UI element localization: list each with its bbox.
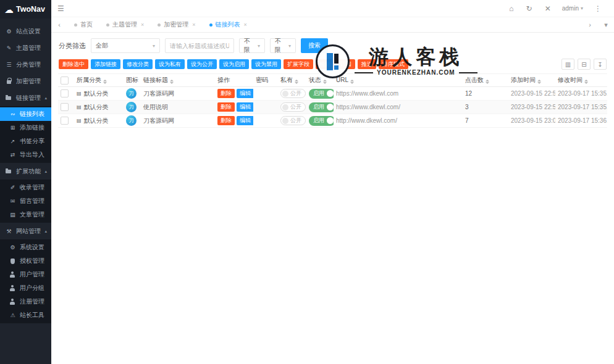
sidebar-item-article[interactable]: ▤文章管理 [0,208,51,221]
sidebar-item-collect[interactable]: ✐收录管理 [0,181,51,194]
private-select[interactable]: 不限 ▾ [239,38,265,53]
tab-theme[interactable]: 主题管理× [99,17,151,32]
private-toggle[interactable]: 公开 [280,116,306,125]
column-header-title[interactable]: 链接标题 [141,74,215,87]
edit-button[interactable]: 编辑 [237,116,253,125]
filter-columns-icon[interactable]: ▥ [561,59,574,70]
sidebar-item-link-list[interactable]: ∾链接列表 [0,107,51,121]
sidebar-item-user-group[interactable]: 用户分组 [0,281,51,295]
sidebar-item-ext-group[interactable]: 扩展功能▴ [0,163,51,180]
chevron-down-icon: ▾ [258,43,260,49]
tab-home[interactable]: 首页 [67,17,99,32]
user-menu[interactable]: admin ▾ [562,5,583,12]
edit-button[interactable]: 编辑 [237,102,253,112]
sidebar-item-webmaster-tools[interactable]: ⚠站长工具 [0,308,51,322]
tab-encrypt[interactable]: 加密管理× [151,17,202,32]
fullscreen-icon[interactable]: ✕ [545,4,551,13]
sort-down-icon [584,82,588,84]
sort-icon[interactable] [170,80,174,84]
home-icon[interactable]: ⌂ [509,4,513,13]
status-toggle[interactable]: 启用 [309,116,334,126]
column-header-modified[interactable]: 修改时间 [555,74,607,87]
set-disabled-button[interactable]: 设为禁用 [251,59,281,69]
cell-actions: 删除编辑 [215,101,253,114]
set-enabled-button[interactable]: 设为启用 [219,59,249,69]
sidebar-item-link-group[interactable]: 链接管理▴ [0,89,51,106]
cell-status: 启用 [306,87,334,101]
status-toggle[interactable]: 启用 [309,102,334,112]
column-header-category[interactable]: 所属分类 [74,74,124,87]
print-icon[interactable]: ⊟ [578,59,591,70]
sidebar-item-label: 链接列表 [20,110,44,118]
change-category-button[interactable]: 修改分类 [123,59,153,69]
sidebar-item-label: 添加链接 [20,123,44,132]
tabs-scroll-left-icon[interactable]: ‹ [51,17,67,32]
collapse-menu-icon[interactable]: ☰ [57,4,64,13]
delete-button[interactable]: 删除 [217,116,235,125]
sidebar-item-import-export[interactable]: ⇄导出导入 [0,148,51,162]
close-icon[interactable]: × [244,22,247,28]
extended-fields-button[interactable]: 扩展字段 [284,59,313,69]
column-header-private[interactable]: 私有 [278,74,306,87]
sidebar-item-encrypt[interactable]: 加密管理 [0,73,51,89]
private-toggle[interactable]: 公开 [280,102,306,112]
set-public-button[interactable]: 设为公开 [187,59,217,69]
sidebar-item-label: 站点设置 [16,27,41,36]
status-toggle[interactable]: 启用 [309,89,334,99]
tabs-scroll-right-icon[interactable]: › [582,17,598,32]
row-checkbox[interactable] [61,103,69,111]
sidebar-item-message[interactable]: ✉留言管理 [0,194,51,208]
sort-icon[interactable] [486,80,489,84]
tab-link-list[interactable]: 链接列表× [203,17,254,32]
sort-icon[interactable] [584,80,588,84]
toggle-knob [282,118,288,124]
keyword-input[interactable] [165,38,234,53]
sort-icon[interactable] [295,80,298,84]
sidebar-item-add-link[interactable]: ⊞添加链接 [0,121,51,134]
private-toggle[interactable]: 公开 [280,89,306,98]
column-header-added[interactable]: 添加时间 [508,74,555,87]
sidebar-item-theme[interactable]: ✎主题管理 [0,39,51,56]
close-icon[interactable]: × [141,22,144,28]
add-link-button[interactable]: 添加链接 [91,59,120,69]
sidebar-item-site-group[interactable]: ⚒网站管理▴ [0,223,51,239]
refresh-icon[interactable]: ↻ [526,4,532,13]
sort-icon[interactable] [350,80,354,84]
select-all-checkbox[interactable] [61,77,69,85]
edit-button[interactable]: 编辑 [237,89,253,98]
row-checkbox[interactable] [61,89,69,97]
sort-up-icon [350,80,354,81]
set-private-button[interactable]: 设为私有 [155,59,185,69]
sidebar-item-bookmark-share[interactable]: ↗书签分享 [0,134,51,148]
delete-button[interactable]: 删除 [217,102,235,112]
sidebar-item-label: 用户管理 [20,270,44,279]
close-icon[interactable]: × [192,22,195,28]
app-root: ☁ TwoNav ⚙站点设置✎主题管理☰分类管理加密管理链接管理▴∾链接列表⊞添… [0,0,614,364]
sidebar-menu: ⚙站点设置✎主题管理☰分类管理加密管理链接管理▴∾链接列表⊞添加链接↗书签分享⇄… [0,19,51,323]
column-header-label: 图标 [126,77,138,83]
brand[interactable]: ☁ TwoNav [0,0,51,19]
sidebar-item-site-settings[interactable]: ⚙站点设置 [0,23,51,39]
sort-up-icon [170,80,174,81]
sidebar-item-register[interactable]: 注册管理 [0,295,51,308]
chevron-down-icon: ▾ [153,43,155,49]
row-checkbox[interactable] [61,117,69,125]
status-select[interactable]: 不限 ▾ [270,38,296,53]
category-select[interactable]: 全部 ▾ [91,38,160,53]
cell-password [253,101,278,114]
sidebar-item-user[interactable]: 用户管理 [0,268,51,281]
delete-button[interactable]: 删除 [217,89,235,98]
delete-selected-button[interactable]: 删除选中 [59,59,88,69]
sidebar-item-category[interactable]: ☰分类管理 [0,56,51,73]
sidebar-item-system[interactable]: ⚙系统设置 [0,241,51,254]
more-vertical-icon[interactable]: ⋮ [594,4,602,13]
sort-icon[interactable] [537,80,541,84]
export-icon[interactable]: ↧ [594,59,607,70]
sidebar-item-auth[interactable]: 授权管理 [0,254,51,268]
link-url: https://www.dkewl.com [336,90,398,97]
sort-icon[interactable] [323,80,327,84]
tabs-menu-icon[interactable]: ▾ [598,17,614,32]
tab-dot-icon [158,23,161,27]
cell-select [58,114,74,128]
sort-icon[interactable] [103,80,107,84]
